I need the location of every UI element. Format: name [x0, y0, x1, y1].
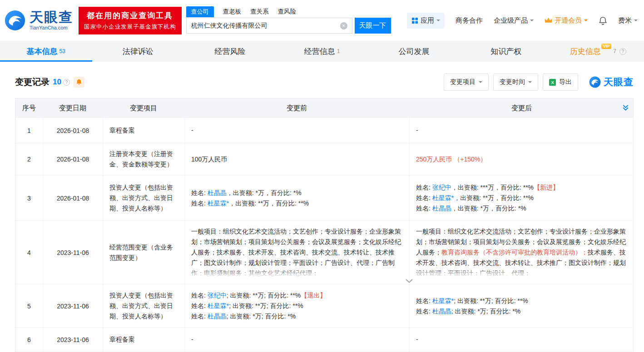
tianyancha-logo[interactable]: 天眼查 TianYanCha.com — [5, 10, 73, 31]
excel-icon: X — [549, 79, 556, 86]
page-tab[interactable]: 基本信息53 — [0, 41, 92, 62]
person-link[interactable]: 杜晶晶 — [432, 308, 451, 315]
change-cell: 100万人民币 — [184, 143, 409, 175]
change-cell: - — [409, 328, 634, 351]
person-link[interactable]: 杜晶晶 — [208, 313, 227, 320]
text-segment: 100万人民币 — [191, 156, 227, 163]
text-segment: - — [191, 127, 193, 134]
text-segment: - — [416, 127, 418, 134]
page-tab[interactable]: 历史信息VIP7? — [552, 41, 644, 62]
change-text: 姓名: 杜星霖*; 出资额: **万; 百分比: **%姓名: 杜晶晶; 出资额… — [416, 296, 528, 317]
page-tab[interactable]: 经营信息1 — [276, 41, 368, 62]
row-change-item: 投资人变更（包括出资额、出资方式、出资日期、投资人名称等） — [103, 176, 184, 220]
change-cell: 姓名: 杜星霖*; 出资额: **万; 百分比: **%姓名: 杜晶晶; 出资额… — [409, 284, 634, 328]
col-after: 变更后 — [409, 104, 634, 112]
text-segment: 姓名: — [416, 184, 432, 191]
person-link[interactable]: 杜星霖* — [432, 194, 454, 201]
text-segment: - — [416, 336, 418, 343]
change-cell: - — [184, 118, 409, 143]
notifications-bell[interactable] — [599, 16, 607, 25]
change-cell: 一般项目：组织文化艺术交流活动；文艺创作；专业设计服务；企业形象策划；市场营销策… — [184, 221, 409, 284]
page-tab-label: 经营信息 — [304, 46, 335, 57]
nav-vip[interactable]: 开通会员 — [545, 16, 588, 25]
change-text: 100万人民币 — [191, 154, 227, 165]
person-link[interactable]: 张纪中 — [208, 292, 227, 299]
text-segment: ，出资额: ***万，百分比: **% — [451, 184, 534, 191]
row-change-item: 章程备案 — [103, 328, 184, 351]
text-segment: ，出资额: *万，百分比: *% — [451, 205, 526, 212]
search-tab[interactable]: 查老板 — [223, 8, 242, 17]
filter-change-time-button[interactable]: 变更时间 — [493, 73, 538, 91]
page-tab-count: 1 — [337, 48, 340, 54]
change-cell: 250万人民币 （+150%） — [409, 143, 634, 175]
change-line: 姓名: 杜星霖*，出资额: **万，百分比: **% — [416, 193, 559, 203]
monitor-bell-button[interactable] — [74, 77, 84, 88]
col-item: 变更项目 — [103, 104, 184, 112]
row-change-item-text: 章程备案 — [109, 125, 135, 136]
page-tab[interactable]: 公司发展 — [368, 41, 460, 62]
top-nav: 应用 商务合作 企业级产品 开通会员 费米 — [407, 13, 638, 29]
change-text: 一般项目：组织文化艺术交流活动；文艺创作；专业设计服务；企业形象策划；市场营销策… — [416, 226, 628, 279]
change-cell: 姓名: 张纪中; 出资额: **万; 百分比: **%【退出】姓名: 杜星霖*;… — [184, 284, 409, 328]
person-link[interactable]: 杜星霖* — [208, 200, 229, 207]
nav-user[interactable]: 费米 — [618, 16, 638, 25]
filter-change-item-button[interactable]: 变更项目 — [444, 73, 489, 91]
collapse-double-chevron-icon[interactable] — [623, 105, 629, 112]
search-tab[interactable]: 查风险 — [278, 8, 297, 17]
change-records-table: 序号 变更日期 变更项目 变更前 变更后 12026-01-08章程备案--22… — [15, 98, 634, 352]
change-text: 一般项目：组织文化艺术交流活动；文艺创作；专业设计服务；企业形象策划；市场营销策… — [191, 226, 403, 279]
page-tab[interactable]: 经营风险 — [184, 41, 276, 62]
nav-cooperation[interactable]: 商务合作 — [456, 16, 483, 25]
person-link[interactable]: 张纪中 — [432, 184, 451, 191]
chevron-down-icon — [530, 20, 534, 23]
search-tab[interactable]: 查关系 — [250, 8, 269, 17]
chevron-down-icon — [436, 20, 440, 23]
help-icon[interactable]: ? — [63, 79, 70, 86]
search-value: 杭州仁侠文化传播有限公司 — [191, 22, 268, 30]
page-tab-count: 53 — [59, 48, 65, 54]
person-link[interactable]: 杜星霖* — [208, 302, 229, 309]
promo-banner: 都在用的商业查询工具 国家中小企业发展子基金旗下机构 — [79, 7, 182, 34]
change-line: 250万人民币 （+150%） — [416, 154, 486, 165]
clear-icon[interactable]: × — [340, 22, 347, 29]
change-line: 姓名: 杜晶晶，出资额: *万，百分比: *% — [416, 203, 559, 214]
export-button[interactable]: X 导出 — [543, 73, 578, 91]
text-segment: 姓名: — [416, 308, 432, 315]
banner-line2: 国家中小企业发展子基金旗下机构 — [84, 23, 176, 31]
change-cell: 姓名: 张纪中，出资额: ***万，百分比: **%【新进】姓名: 杜星霖*，出… — [409, 176, 634, 220]
page-tab[interactable]: 法律诉讼 — [92, 41, 184, 62]
search-button[interactable]: 天眼一下 — [355, 18, 391, 34]
nav-user-label: 费米 — [618, 16, 632, 25]
page-tab[interactable]: 知识产权 — [460, 41, 552, 62]
page-tab-count: 7 — [613, 48, 616, 54]
row-change-item: 注册资本变更（注册资金、资金数额等变更） — [103, 143, 184, 175]
search-input[interactable]: 杭州仁侠文化传播有限公司 × — [186, 18, 352, 34]
change-text: 姓名: 张纪中，出资额: ***万，百分比: **%【新进】姓名: 杜星霖*，出… — [416, 182, 559, 214]
text-segment: - — [191, 336, 193, 343]
text-segment: ; 出资额: *万; 百分比: *% — [451, 308, 520, 315]
text-segment: 姓名: — [416, 205, 432, 212]
change-line: - — [416, 334, 418, 345]
person-link[interactable]: 杜星霖* — [432, 297, 454, 304]
text-segment: ; 出资额: *万; 百分比: *% — [227, 313, 296, 320]
vip-badge: VIP — [601, 44, 612, 49]
search-tab[interactable]: 查公司 — [186, 6, 214, 17]
banner-line1: 都在用的商业查询工具 — [84, 10, 176, 21]
person-link[interactable]: 杜晶晶 — [432, 205, 451, 212]
row-change-item: 投资人变更（包括出资额、出资方式、出资日期、投资人名称等） — [103, 284, 184, 328]
change-text: 姓名: 杜晶晶，出资额: *万，百分比: *%姓名: 杜星霖*，出资额: **万… — [191, 188, 309, 209]
nav-cooperation-label: 商务合作 — [456, 16, 483, 25]
row-change-item: 章程备案 — [103, 118, 184, 143]
row-change-item-text: 投资人变更（包括出资额、出资方式、出资日期、投资人名称等） — [109, 182, 178, 214]
text-segment: 姓名: — [191, 200, 208, 207]
nav-apps[interactable]: 应用 — [407, 13, 445, 29]
logo-wordmark: 天眼查 — [30, 10, 73, 24]
table-row: 12026-01-08章程备案-- — [15, 117, 633, 143]
chevron-down-icon — [528, 81, 532, 85]
person-link[interactable]: 杜晶晶 — [208, 189, 227, 196]
nav-enterprise[interactable]: 企业级产品 — [494, 16, 534, 25]
page-tab-label: 基本信息 — [27, 46, 58, 57]
row-seq: 5 — [15, 284, 43, 328]
table-row: 62023-11-06章程备案-- — [15, 328, 633, 351]
expand-chevron-icon[interactable] — [402, 278, 416, 284]
